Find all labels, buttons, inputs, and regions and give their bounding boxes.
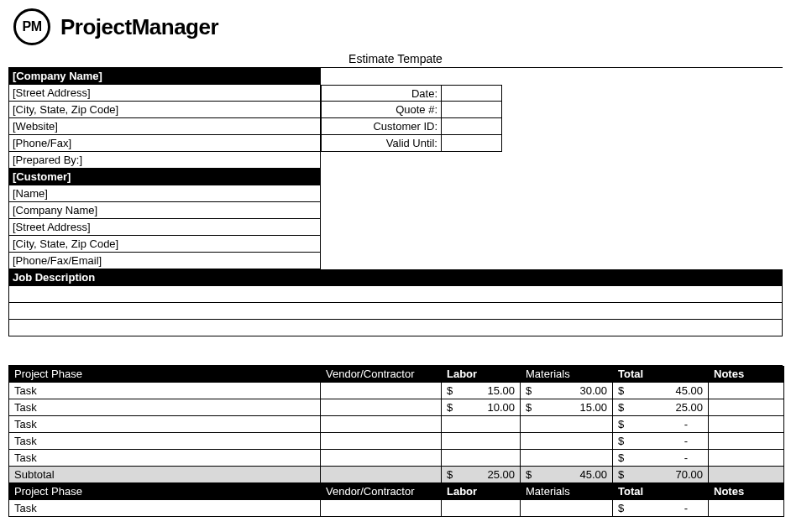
table-row-vendor[interactable] <box>321 433 442 450</box>
col-vendor: Vendor/Contractor <box>321 483 442 500</box>
customer-name[interactable]: [Name] <box>8 185 321 202</box>
customer-city[interactable]: [City, State, Zip Code] <box>8 236 321 253</box>
col-total: Total <box>613 366 709 383</box>
meta-quote-value[interactable] <box>442 102 502 118</box>
meta-quote-label: Quote #: <box>321 102 442 118</box>
col-labor: Labor <box>442 483 521 500</box>
table-row-total: $- <box>613 500 709 517</box>
subtotal-total: $70.00 <box>613 467 709 483</box>
table-row-vendor[interactable] <box>321 450 442 467</box>
table-row-task[interactable]: Task <box>8 500 321 517</box>
customer-phone[interactable]: [Phone/Fax/Email] <box>8 253 321 269</box>
table-row-materials[interactable] <box>521 500 613 517</box>
document-title: Estimate Tempate <box>8 52 783 67</box>
customer-header: [Customer] <box>8 169 321 185</box>
company-preparedby[interactable]: [Prepared By:] <box>8 152 321 169</box>
table-row-notes[interactable] <box>709 500 784 517</box>
subtotal-vendor <box>321 467 442 483</box>
table-row-labor[interactable]: $10.00 <box>442 399 521 416</box>
table-row-total: $- <box>613 450 709 467</box>
table-row-task[interactable]: Task <box>8 450 321 467</box>
brand-name: ProjectManager <box>60 14 218 40</box>
table-row-task[interactable]: Task <box>8 433 321 450</box>
company-street[interactable]: [Street Address] <box>8 85 321 102</box>
meta-customerid-value[interactable] <box>442 118 502 135</box>
col-phase: Project Phase <box>8 483 321 500</box>
meta-valid-label: Valid Until: <box>321 135 442 152</box>
subtotal-labor: $25.00 <box>442 467 521 483</box>
meta-customerid-label: Customer ID: <box>321 118 442 135</box>
company-website[interactable]: [Website] <box>8 118 321 135</box>
table-row-materials[interactable] <box>521 450 613 467</box>
table-row-notes[interactable] <box>709 383 784 399</box>
table-row-labor[interactable] <box>442 416 521 433</box>
table-row-task[interactable]: Task <box>8 416 321 433</box>
table-row-notes[interactable] <box>709 416 784 433</box>
job-description-line[interactable] <box>8 286 783 303</box>
company-header: [Company Name] <box>8 68 321 85</box>
meta-valid-value[interactable] <box>442 135 502 152</box>
col-materials: Materials <box>521 483 613 500</box>
phase-table: Project Phase Vendor/Contractor Labor Ma… <box>8 365 783 517</box>
table-row-labor[interactable] <box>442 433 521 450</box>
table-row-vendor[interactable] <box>321 416 442 433</box>
customer-company[interactable]: [Company Name] <box>8 202 321 219</box>
subtotal-notes <box>709 467 784 483</box>
meta-date-label: Date: <box>321 85 442 102</box>
table-row-total: $25.00 <box>613 399 709 416</box>
col-materials: Materials <box>521 366 613 383</box>
subtotal-materials: $45.00 <box>521 467 613 483</box>
subtotal-label: Subtotal <box>8 467 321 483</box>
table-row-task[interactable]: Task <box>8 383 321 399</box>
brand-header: PM ProjectManager <box>13 8 783 45</box>
table-row-notes[interactable] <box>709 450 784 467</box>
brand-logo-icon: PM <box>13 8 50 45</box>
col-notes: Notes <box>709 483 784 500</box>
table-row-labor[interactable] <box>442 450 521 467</box>
table-row-total: $- <box>613 416 709 433</box>
table-row-total: $45.00 <box>613 383 709 399</box>
company-city[interactable]: [City, State, Zip Code] <box>8 102 321 118</box>
table-row-materials[interactable] <box>521 416 613 433</box>
job-description-header: Job Description <box>8 269 783 286</box>
table-row-materials[interactable]: $15.00 <box>521 399 613 416</box>
table-row-labor[interactable] <box>442 500 521 517</box>
customer-street[interactable]: [Street Address] <box>8 219 321 236</box>
job-description-line[interactable] <box>8 320 783 336</box>
table-row-notes[interactable] <box>709 399 784 416</box>
meta-date-value[interactable] <box>442 85 502 102</box>
table-row-task[interactable]: Task <box>8 399 321 416</box>
table-row-total: $- <box>613 433 709 450</box>
col-total: Total <box>613 483 709 500</box>
col-phase: Project Phase <box>8 366 321 383</box>
col-notes: Notes <box>709 366 784 383</box>
table-row-notes[interactable] <box>709 433 784 450</box>
table-row-vendor[interactable] <box>321 500 442 517</box>
job-description-line[interactable] <box>8 303 783 320</box>
table-row-labor[interactable]: $15.00 <box>442 383 521 399</box>
company-phone[interactable]: [Phone/Fax] <box>8 135 321 152</box>
table-row-materials[interactable]: $30.00 <box>521 383 613 399</box>
col-labor: Labor <box>442 366 521 383</box>
table-row-materials[interactable] <box>521 433 613 450</box>
table-row-vendor[interactable] <box>321 383 442 399</box>
col-vendor: Vendor/Contractor <box>321 366 442 383</box>
table-row-vendor[interactable] <box>321 399 442 416</box>
